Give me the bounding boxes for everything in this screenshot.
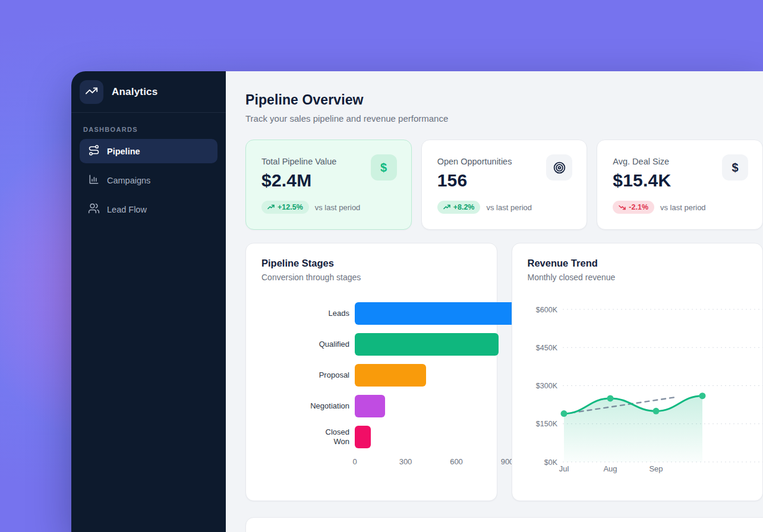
revenue-line-chart: $600K$450K$300K$150K$0KJulAugSep — [528, 258, 763, 483]
change-badge: -2.1% — [613, 201, 654, 214]
x-tick-label: Sep — [649, 464, 663, 473]
page-subtitle: Track your sales pipeline and revenue pe… — [245, 113, 763, 124]
partial-bottom-card — [245, 517, 763, 532]
y-tick-label: $0K — [544, 458, 557, 467]
chart-title: Pipeline Stages — [261, 258, 481, 269]
kpi-card-total-pipeline-value: Total Pipeline Value $2.4M +12.5% vs las… — [245, 140, 412, 230]
stage-bar-qualified[interactable] — [355, 333, 499, 356]
category-label: Negotiation — [261, 401, 355, 411]
category-label: Proposal — [261, 370, 355, 380]
sidebar-item-campaigns[interactable]: Campaigns — [80, 168, 217, 192]
trend-down-icon — [619, 204, 626, 211]
change-badge: +8.2% — [437, 201, 481, 214]
sidebar-item-pipeline[interactable]: Pipeline — [80, 139, 217, 163]
stage-bar-proposal[interactable] — [355, 364, 426, 387]
data-point[interactable] — [699, 392, 705, 399]
stage-bar-negotiation[interactable] — [355, 395, 385, 417]
brand[interactable]: Analytics — [71, 71, 226, 112]
bar-chart-icon — [88, 173, 100, 187]
users-icon — [88, 202, 100, 216]
bar-row: Closed Won — [261, 422, 481, 452]
category-label: Qualified — [261, 340, 355, 349]
pipeline-stages-card: Pipeline Stages Conversion through stage… — [245, 243, 497, 501]
trend-area-fill — [564, 396, 702, 462]
dollar-sign-icon: $ — [722, 154, 748, 180]
dollar-sign-icon: $ — [371, 154, 397, 180]
brand-name: Analytics — [112, 86, 157, 98]
bar-row: Negotiation — [261, 391, 481, 422]
bar-track — [355, 364, 481, 387]
trend-up-icon — [443, 204, 450, 211]
stage-bar-closed-won[interactable] — [355, 426, 371, 448]
x-tick-label: 0 — [352, 457, 357, 466]
compare-label: vs last period — [486, 203, 532, 212]
x-axis: 03006009001200 — [261, 457, 481, 470]
sidebar-section-label: DASHBOARDS — [83, 126, 214, 133]
y-tick-label: $450K — [535, 344, 557, 352]
x-tick-label: 300 — [399, 457, 412, 466]
desktop-background: Analytics DASHBOARDS Pipeline Campa — [0, 0, 763, 532]
kpi-row: Total Pipeline Value $2.4M +12.5% vs las… — [245, 140, 763, 230]
bar-track — [355, 395, 481, 417]
bar-row: Proposal — [261, 360, 481, 391]
x-tick-label: Aug — [603, 464, 617, 473]
sidebar-item-label: Lead Flow — [107, 205, 147, 214]
category-label: Leads — [261, 309, 355, 318]
bar-row: Leads — [261, 298, 481, 329]
category-label: Closed Won — [261, 428, 355, 447]
sidebar-divider — [71, 112, 226, 113]
main-content: Pipeline Overview Track your sales pipel… — [226, 71, 763, 532]
x-tick-label: Jul — [559, 464, 569, 473]
bar-track — [355, 333, 481, 356]
data-point[interactable] — [560, 410, 567, 417]
sidebar-item-lead-flow[interactable]: Lead Flow — [80, 197, 217, 221]
y-tick-label: $150K — [535, 420, 557, 428]
data-point[interactable] — [607, 395, 613, 401]
target-icon — [546, 154, 572, 180]
revenue-trend-card: Revenue Trend Monthly closed revenue $60… — [512, 243, 763, 501]
analytics-logo — [80, 80, 103, 104]
compare-label: vs last period — [315, 203, 361, 212]
stages-bar-chart: LeadsQualifiedProposalNegotiationClosed … — [261, 298, 481, 470]
trending-up-icon — [85, 84, 98, 100]
kpi-card-avg-deal-size: Avg. Deal Size $15.4K -2.1% vs last peri… — [597, 140, 763, 230]
bar-row: Qualified — [261, 329, 481, 360]
sidebar: Analytics DASHBOARDS Pipeline Campa — [71, 71, 226, 532]
kpi-card-open-opportunities: Open Opportunities 156 +8.2% vs last per… — [421, 140, 588, 230]
x-tick-label: 600 — [450, 457, 463, 466]
bar-track — [355, 426, 481, 448]
bar-track — [355, 302, 481, 325]
sidebar-item-label: Campaigns — [107, 176, 150, 185]
sidebar-item-label: Pipeline — [107, 147, 140, 156]
analytics-app-window: Analytics DASHBOARDS Pipeline Campa — [71, 71, 763, 532]
change-badge: +12.5% — [261, 201, 309, 214]
trend-up-icon — [267, 204, 275, 211]
data-point[interactable] — [652, 408, 659, 414]
chart-subtitle: Conversion through stages — [261, 273, 481, 282]
page-title: Pipeline Overview — [245, 92, 763, 108]
route-icon — [88, 144, 100, 158]
y-tick-label: $300K — [535, 382, 557, 390]
charts-row: Pipeline Stages Conversion through stage… — [245, 243, 763, 501]
compare-label: vs last period — [660, 203, 706, 212]
y-tick-label: $600K — [535, 306, 557, 314]
